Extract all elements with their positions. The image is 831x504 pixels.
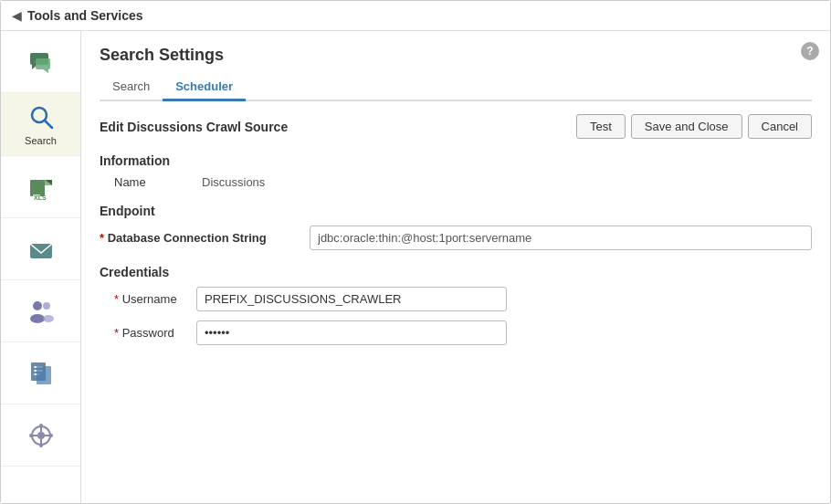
sidebar-item-tools[interactable] bbox=[1, 404, 80, 467]
svg-point-26 bbox=[49, 434, 53, 437]
test-button[interactable]: Test bbox=[576, 114, 626, 139]
back-arrow[interactable]: ◀ bbox=[12, 8, 22, 23]
svg-line-5 bbox=[45, 121, 52, 128]
cancel-button[interactable]: Cancel bbox=[748, 114, 812, 139]
svg-point-13 bbox=[30, 314, 45, 323]
tools-icon bbox=[26, 421, 56, 450]
mail-icon bbox=[26, 235, 56, 264]
username-label: Username bbox=[114, 292, 196, 306]
name-label: Name bbox=[114, 175, 196, 189]
svg-point-12 bbox=[33, 301, 42, 310]
sidebar-item-mail[interactable] bbox=[1, 218, 80, 280]
db-conn-input[interactable] bbox=[310, 226, 812, 250]
svg-point-24 bbox=[39, 444, 43, 447]
action-buttons: Test Save and Close Cancel bbox=[576, 114, 812, 139]
chat-icon bbox=[26, 47, 56, 77]
help-icon[interactable]: ? bbox=[801, 42, 819, 60]
sidebar-item-search[interactable]: Search bbox=[1, 93, 80, 156]
tabs-bar: Search Scheduler bbox=[100, 74, 812, 101]
password-input[interactable] bbox=[196, 320, 507, 345]
main-layout: Search XLS bbox=[1, 31, 830, 503]
users-icon bbox=[26, 297, 56, 326]
svg-point-25 bbox=[29, 434, 33, 437]
svg-point-14 bbox=[43, 302, 50, 310]
tab-search[interactable]: Search bbox=[100, 74, 163, 101]
title-bar-label: Tools and Services bbox=[27, 8, 143, 23]
password-label: Password bbox=[114, 326, 196, 340]
svg-marker-3 bbox=[43, 69, 48, 73]
information-title: Information bbox=[100, 153, 812, 168]
tab-scheduler[interactable]: Scheduler bbox=[163, 74, 246, 101]
username-row: Username bbox=[100, 287, 812, 311]
db-conn-label: Database Connection String bbox=[100, 231, 310, 245]
name-value: Discussions bbox=[202, 175, 265, 189]
main-window: ◀ Tools and Services bbox=[0, 0, 831, 504]
svg-rect-2 bbox=[36, 58, 50, 69]
svg-point-15 bbox=[43, 315, 54, 322]
information-section: Information Name Discussions bbox=[100, 153, 812, 189]
title-bar: ◀ Tools and Services bbox=[1, 1, 830, 31]
credentials-section: Credentials Username Password bbox=[100, 265, 812, 345]
svg-point-23 bbox=[39, 424, 43, 427]
sidebar-item-export[interactable]: XLS bbox=[1, 156, 80, 218]
svg-text:XLS: XLS bbox=[34, 194, 47, 201]
svg-point-22 bbox=[37, 432, 45, 439]
username-input[interactable] bbox=[196, 287, 507, 311]
sidebar-item-chat[interactable] bbox=[1, 31, 80, 93]
svg-rect-20 bbox=[37, 366, 51, 384]
save-and-close-button[interactable]: Save and Close bbox=[631, 114, 742, 139]
endpoint-section: Endpoint Database Connection String bbox=[100, 204, 812, 250]
sidebar-item-pages[interactable] bbox=[1, 342, 80, 404]
credentials-title: Credentials bbox=[100, 265, 812, 279]
search-icon bbox=[26, 102, 56, 131]
db-conn-row: Database Connection String bbox=[100, 226, 812, 250]
password-row: Password bbox=[100, 320, 812, 345]
endpoint-title: Endpoint bbox=[100, 204, 812, 218]
page-title: Search Settings bbox=[100, 46, 812, 65]
export-icon: XLS bbox=[26, 173, 56, 202]
crawl-source-title: Edit Discussions Crawl Source bbox=[100, 120, 288, 134]
name-field-row: Name Discussions bbox=[100, 175, 812, 189]
section-header-row: Edit Discussions Crawl Source Test Save … bbox=[100, 114, 812, 139]
sidebar: Search XLS bbox=[1, 31, 81, 503]
sidebar-item-users[interactable] bbox=[1, 280, 80, 342]
main-content: ? Search Settings Search Scheduler Edit … bbox=[81, 31, 830, 503]
sidebar-search-label: Search bbox=[25, 135, 57, 146]
pages-icon bbox=[26, 359, 56, 388]
